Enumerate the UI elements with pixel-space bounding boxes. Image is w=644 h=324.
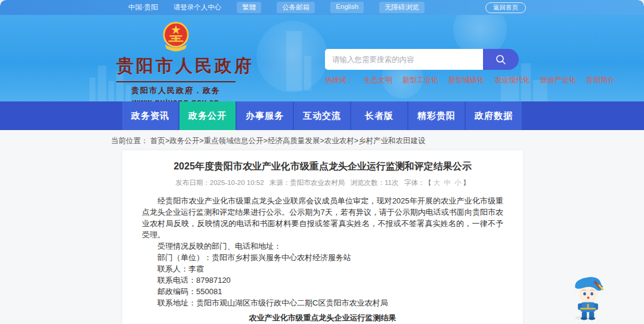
browser-window: 中国·贵阳 请登录个人中心 繁體公务邮箱English无障碍浏览 返回首页 xyxy=(0,0,644,324)
site-banner: 贵阳市人民政府 贵阳市人民政府．政务 www.guiyang.gov.cn 热搜… xyxy=(0,15,644,101)
publish-date: 2025-10-20 10:52 xyxy=(210,179,264,186)
views-label: 浏览次数： xyxy=(351,179,385,186)
hot-search-row: 热搜词： 生态文明新型工业化新型城镇化农业现代化旅游产业化贵阳简介 xyxy=(325,75,519,85)
topbar-pill-link[interactable]: 无障碍浏览 xyxy=(379,2,425,13)
article-body: 经贵阳市农业产业化市级重点龙头企业联席会议成员单位审定，现对2025年开展的农业… xyxy=(142,195,503,308)
hot-search-link[interactable]: 旅游产业化 xyxy=(540,75,576,85)
article-title: 2025年度贵阳市农业产业化市级重点龙头企业运行监测和评定结果公示 xyxy=(142,161,503,173)
font-size-option[interactable]: 小 xyxy=(453,179,463,186)
article-paragraph: 邮政编码：550081 xyxy=(142,286,503,297)
source: 贵阳市农业农村局 xyxy=(290,179,345,186)
topbar-pill-link[interactable]: 繁體 xyxy=(237,2,261,13)
result-table-title: 农业产业化市级重点龙头企业运行监测结果 xyxy=(142,313,503,323)
main-navbar: 政务资讯政务公开办事服务互动交流长者版精彩贵阳政府数据 xyxy=(0,101,644,130)
topbar-pills: 繁體公务邮箱English无障碍浏览 xyxy=(237,2,424,13)
nav-items: 政务资讯政务公开办事服务互动交流长者版精彩贵阳政府数据 xyxy=(122,101,522,130)
font-size-option[interactable]: 大 xyxy=(432,179,442,186)
publish-date-label: 发布日期： xyxy=(175,179,210,186)
content-area: 当前位置： 首页>政务公开>重点领域信息公开>经济高质量发展>农业农村>乡村产业… xyxy=(0,130,644,324)
hot-search-link[interactable]: 农业现代化 xyxy=(494,75,530,85)
site-title: 贵阳市人民政府 xyxy=(116,54,236,78)
hot-search-link[interactable]: 贵阳简介 xyxy=(586,75,615,85)
font-size-bracket: 】 xyxy=(463,179,470,186)
font-size-bracket: 【 xyxy=(425,179,432,186)
search-button[interactable] xyxy=(483,49,519,70)
article-paragraph: 联系地址：贵阳市观山湖区市级行政中心二期C区贵阳市农业农村局 xyxy=(142,297,503,308)
nav-tab[interactable]: 政务资讯 xyxy=(122,101,178,130)
breadcrumb-label: 当前位置： xyxy=(111,137,148,145)
article-paragraph: 受理情况反映的部门、电话和地址： xyxy=(142,240,503,252)
site-url: www.guiyang.gov.cn xyxy=(116,97,236,101)
hot-search-label: 热搜词： xyxy=(325,75,354,85)
views: 11次 xyxy=(385,179,398,186)
font-size-option[interactable]: 中 xyxy=(442,179,453,186)
national-emblem-icon xyxy=(162,21,190,53)
article-paragraph: 联系电话：87987120 xyxy=(142,274,503,286)
hot-search-link[interactable]: 生态文明 xyxy=(364,75,392,85)
topbar-pill-link[interactable]: English xyxy=(330,2,364,13)
font-size-options: 大中小 xyxy=(432,179,463,186)
login-personal-center-link[interactable]: 请登录个人中心 xyxy=(174,3,222,12)
nav-tab[interactable]: 政府数据 xyxy=(466,101,522,130)
mascot-icon[interactable] xyxy=(571,273,606,322)
cityscape-silhouette xyxy=(286,31,314,91)
nav-tab[interactable]: 长者版 xyxy=(351,101,407,130)
breadcrumb-path[interactable]: 首页>政务公开>重点领域信息公开>经济高质量发展>农业农村>乡村产业和农田建设 xyxy=(150,137,426,145)
source-label: 来源： xyxy=(270,179,290,186)
article-card: 2025年度贵阳市农业产业化市级重点龙头企业运行监测和评定结果公示 发布日期：2… xyxy=(122,150,523,324)
nav-tab[interactable]: 政务公开 xyxy=(179,101,236,130)
hot-search-link[interactable]: 新型工业化 xyxy=(402,75,438,85)
top-utility-bar: 中国·贵阳 请登录个人中心 繁體公务邮箱English无障碍浏览 返回首页 xyxy=(0,0,644,15)
back-to-home-button[interactable]: 返回首页 xyxy=(485,2,526,13)
topbar-pill-link[interactable]: 公务邮箱 xyxy=(277,2,315,13)
site-subtitle: 贵阳市人民政府．政务 xyxy=(116,85,236,96)
site-logo-area[interactable]: 贵阳市人民政府 贵阳市人民政府．政务 www.guiyang.gov.cn xyxy=(116,21,236,101)
region-link[interactable]: 中国·贵阳 xyxy=(128,3,158,12)
hot-search-links: 生态文明新型工业化新型城镇化农业现代化旅游产业化贵阳简介 xyxy=(364,75,615,85)
breadcrumb: 当前位置： 首页>政务公开>重点领域信息公开>经济高质量发展>农业农村>乡村产业… xyxy=(0,130,644,146)
logo-divider xyxy=(116,81,236,82)
article-meta: 发布日期：2025-10-20 10:52 来源：贵阳市农业农村局 浏览次数：1… xyxy=(142,178,503,187)
nav-tab[interactable]: 互动交流 xyxy=(294,101,350,130)
hot-search-link[interactable]: 新型城镇化 xyxy=(448,75,484,85)
font-size-label: 字体： xyxy=(404,179,425,186)
nav-tab[interactable]: 精彩贵阳 xyxy=(408,101,465,130)
nav-tab[interactable]: 办事服务 xyxy=(237,101,293,130)
article-paragraph: 部门（单位）：贵阳市乡村振兴服务中心农村经济服务站 xyxy=(142,252,503,263)
search-input[interactable] xyxy=(325,49,483,70)
search-icon xyxy=(495,54,507,66)
search-area: 热搜词： 生态文明新型工业化新型城镇化农业现代化旅游产业化贵阳简介 xyxy=(325,49,519,85)
article-paragraph: 经贵阳市农业产业化市级重点龙头企业联席会议成员单位审定，现对2025年开展的农业… xyxy=(142,195,503,240)
article-paragraph: 联系人：李霞 xyxy=(142,263,503,274)
